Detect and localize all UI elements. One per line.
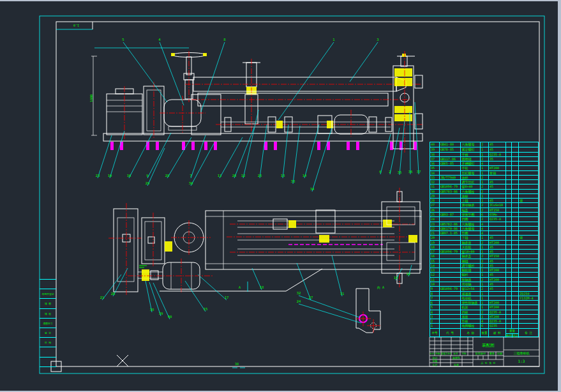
parts-cell bbox=[518, 208, 538, 212]
parts-cell bbox=[505, 278, 512, 282]
parts-cell bbox=[439, 278, 461, 282]
parts-cell: 1 bbox=[480, 171, 488, 175]
parts-cell bbox=[439, 282, 461, 286]
parts-cell: 45 bbox=[488, 147, 505, 151]
parts-cell bbox=[439, 171, 461, 175]
parts-cell bbox=[518, 324, 538, 328]
parts-cell bbox=[439, 315, 461, 319]
parts-table-row: 16轴承盖2HT150 bbox=[430, 253, 538, 258]
parts-cell: HT150 bbox=[488, 208, 505, 212]
parts-cell: 37 bbox=[430, 157, 439, 161]
parts-cell bbox=[505, 194, 512, 198]
parts-cell: 6 bbox=[430, 301, 439, 305]
parts-cell: 1 bbox=[480, 236, 488, 239]
parts-table-row: 33JB/T7940油杯2 bbox=[430, 175, 538, 179]
parts-table-row: 5机架1HT200 bbox=[430, 305, 538, 309]
parts-table-row: 10传动轴145 bbox=[430, 282, 538, 286]
parts-cell bbox=[518, 241, 538, 245]
parts-table-row: 6弹性联轴器1HT200 bbox=[430, 300, 538, 305]
parts-cell bbox=[488, 194, 505, 198]
parts-cell bbox=[518, 315, 538, 319]
parts-table-row: 29油标1 bbox=[430, 193, 538, 198]
parts-table-row: 8减速器1ZQ250 bbox=[430, 291, 538, 296]
upper-roller bbox=[185, 77, 421, 91]
leader-line bbox=[293, 126, 300, 184]
col-total: 总计 bbox=[512, 334, 518, 338]
parts-cell: 2 bbox=[480, 264, 488, 268]
margin-blocks: 借用件登记描 图描 校底图总号签 字日 期 bbox=[40, 279, 56, 366]
balloon-38: 38 bbox=[150, 308, 154, 312]
balloon-24: 24 bbox=[297, 299, 301, 303]
bearing-housing bbox=[191, 94, 221, 135]
col-weight-label: 重量 bbox=[506, 329, 519, 334]
balloon-19: 19 bbox=[394, 276, 398, 280]
parts-cell bbox=[488, 176, 505, 179]
parts-cell: 联轴器 bbox=[460, 278, 480, 282]
scale-value: 1:3 bbox=[504, 357, 539, 366]
parts-cell: 圆锥销 bbox=[460, 157, 480, 161]
balloon-23: 23 bbox=[96, 174, 100, 177]
leader-line bbox=[98, 135, 112, 178]
parts-cell bbox=[518, 231, 538, 235]
rev-header-sign: 签字 bbox=[451, 352, 460, 356]
parts-cell: 1 bbox=[480, 180, 488, 184]
parts-cell bbox=[505, 254, 512, 258]
parts-cell bbox=[511, 273, 518, 276]
section-a-marker: A bbox=[239, 282, 248, 292]
parts-cell: 29 bbox=[430, 194, 439, 198]
margin-block: 日 期 bbox=[40, 338, 56, 347]
parts-cell: 挡板 bbox=[460, 310, 480, 314]
parts-cell bbox=[511, 176, 518, 179]
parts-cell bbox=[439, 180, 461, 184]
parts-cell bbox=[511, 268, 518, 272]
parts-cell bbox=[505, 310, 512, 314]
parts-cell: 24 bbox=[430, 217, 439, 221]
parts-cell: 27 bbox=[430, 203, 439, 207]
col-qty: 数量 bbox=[480, 329, 488, 338]
parts-cell bbox=[518, 273, 538, 276]
parts-cell: 45 bbox=[488, 180, 505, 184]
parts-cell: 1 bbox=[480, 250, 488, 253]
parts-cell bbox=[518, 245, 538, 249]
balloon-8: 8 bbox=[223, 38, 225, 41]
parts-cell bbox=[505, 319, 512, 323]
parts-table-row: 21GB97.1-85垫圈4 bbox=[430, 230, 538, 235]
parts-cell bbox=[518, 259, 538, 263]
parts-cell: 2 bbox=[480, 217, 488, 221]
parts-cell: 1 bbox=[480, 273, 488, 276]
leader-line bbox=[278, 42, 334, 120]
parts-cell: HT200 bbox=[488, 315, 505, 319]
parts-cell bbox=[511, 245, 518, 249]
parts-cell: 调节丝杠 bbox=[460, 180, 480, 184]
parts-cell: 油杯 bbox=[460, 176, 480, 179]
parts-cell: GB1096-79 bbox=[439, 185, 461, 188]
main-motor-plan bbox=[108, 203, 142, 295]
balloon-31: 31 bbox=[340, 292, 345, 296]
parts-cell: GB65-85 bbox=[439, 162, 461, 165]
parts-cell: 弹性联轴器 bbox=[460, 301, 480, 305]
parts-cell: 4 bbox=[480, 227, 488, 230]
parts-cell: 减速器 bbox=[460, 292, 480, 296]
parts-cell bbox=[518, 254, 538, 258]
parts-cell bbox=[505, 287, 512, 290]
svg-text:A: A bbox=[239, 285, 241, 289]
leader-line bbox=[167, 137, 191, 178]
parts-table-row: 19轴承座2HT200 bbox=[430, 240, 538, 245]
col-no: 件号 bbox=[430, 329, 439, 338]
parts-table-row: 31GB1096-79键8×40245 bbox=[430, 184, 538, 188]
parts-cell: 45 bbox=[488, 199, 505, 202]
parts-cell bbox=[505, 213, 512, 216]
parts-cell bbox=[511, 142, 518, 147]
parts-cell: 地脚螺栓 bbox=[460, 324, 480, 328]
parts-cell: 青铜 bbox=[488, 171, 505, 175]
plan-view: A bbox=[108, 188, 421, 295]
parts-cell bbox=[511, 324, 518, 328]
parts-cell bbox=[511, 236, 518, 239]
parts-cell bbox=[505, 241, 512, 245]
parts-cell bbox=[518, 185, 538, 188]
leader-line bbox=[198, 275, 227, 300]
balloon-40: 40 bbox=[168, 315, 172, 319]
parts-cell: 45 bbox=[488, 245, 505, 249]
parts-cell: 弹簧垫圈 bbox=[460, 213, 480, 216]
leader-line bbox=[160, 42, 184, 105]
